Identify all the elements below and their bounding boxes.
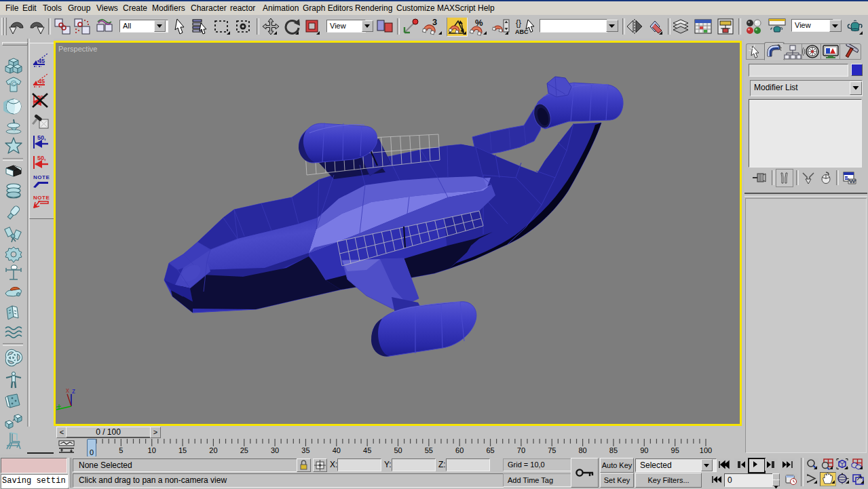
svg-text:5: 5 [119,446,123,454]
svg-text:85: 85 [609,446,618,454]
svg-text:70: 70 [517,446,525,454]
svg-text:15: 15 [178,446,187,454]
svg-text:C: C [12,81,16,87]
svg-text:45: 45 [38,58,45,64]
svg-text:50: 50 [394,446,402,454]
svg-text:95: 95 [671,446,679,454]
svg-text:100: 100 [700,446,712,454]
svg-text:80: 80 [578,446,586,454]
svg-text:90: 90 [640,446,648,454]
svg-text:45: 45 [38,78,45,85]
svg-text:75: 75 [548,446,556,454]
svg-text:30: 30 [271,446,279,454]
svg-text:x: x [66,387,69,394]
svg-text:20: 20 [209,446,217,454]
svg-text:55: 55 [425,446,433,454]
svg-text:35: 35 [301,446,309,454]
svg-text:z: z [72,387,75,395]
svg-text:45: 45 [363,446,371,454]
svg-text:3: 3 [432,17,437,27]
svg-text:65: 65 [486,446,494,454]
svg-text:NOTE: NOTE [33,195,50,201]
svg-text:60: 60 [455,446,464,454]
svg-text:{}: {} [516,18,521,28]
svg-text:10: 10 [148,446,156,454]
svg-text:25: 25 [240,446,248,454]
svg-text:40: 40 [333,446,341,454]
svg-text:ABC: ABC [515,28,529,35]
svg-text:NOTE: NOTE [33,174,50,180]
